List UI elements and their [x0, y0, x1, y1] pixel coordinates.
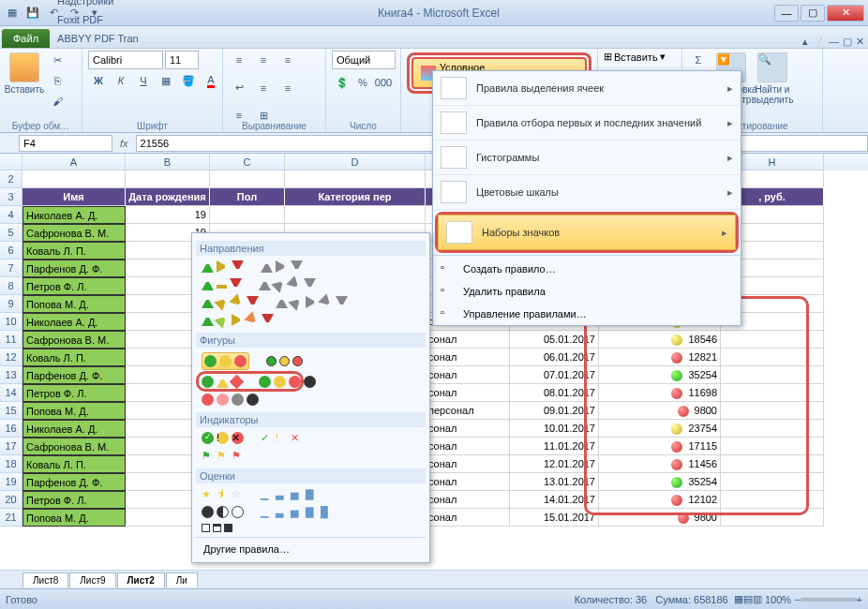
cf-menu-action[interactable]: ▫Управление правилами… [433, 303, 741, 325]
italic-icon[interactable]: К [111, 71, 131, 90]
border-icon[interactable]: ▦ [156, 71, 176, 90]
cell[interactable] [285, 206, 426, 224]
number-format-combo[interactable]: Общий [332, 51, 396, 69]
other-rules-item[interactable]: Другие правила… [196, 540, 426, 558]
iconset-5arrows[interactable] [202, 314, 274, 326]
zoom-level[interactable]: 100% [765, 594, 791, 605]
iconset-4arrows-gray[interactable] [259, 278, 316, 290]
cell-value[interactable]: 35254 [599, 473, 721, 491]
cell[interactable]: 13.01.2017 [510, 473, 599, 491]
cell-value[interactable]: 9800 [599, 402, 721, 420]
maximize-button[interactable]: ▢ [801, 5, 825, 22]
row-header[interactable]: 19 [0, 473, 22, 491]
file-tab[interactable]: Файл [2, 29, 50, 48]
align-left-icon[interactable]: ≡ [253, 79, 274, 97]
cell-name[interactable]: Николаев А. Д. [22, 206, 126, 224]
fill-color-icon[interactable]: 🪣 [178, 71, 199, 90]
underline-icon[interactable]: Ч [133, 71, 154, 90]
cell-name[interactable]: Петров Ф. Л. [22, 384, 126, 402]
row-header[interactable]: 15 [0, 402, 22, 420]
iconset-4arrows[interactable] [202, 296, 259, 308]
cell[interactable] [721, 402, 824, 420]
cell-name[interactable]: Сафронова В. М. [22, 438, 126, 455]
align-bot-icon[interactable]: ≡ [277, 51, 298, 69]
iconset-5arrows-gray[interactable] [276, 296, 348, 308]
cell-name[interactable]: Попова М. Д. [22, 295, 126, 313]
cell-value[interactable]: 11698 [599, 384, 721, 402]
row-header[interactable]: 10 [0, 313, 22, 331]
save-icon[interactable]: 💾 [24, 5, 41, 22]
cell[interactable] [210, 206, 285, 224]
iconset-3arrows[interactable] [202, 260, 244, 273]
cell-value[interactable]: 18546 [599, 331, 721, 349]
cell-name[interactable]: Коваль Л. П. [22, 349, 126, 366]
view-layout-icon[interactable]: ▤ [743, 593, 753, 605]
paste-button[interactable]: Вставить [6, 51, 43, 97]
row-header[interactable]: 11 [0, 331, 22, 349]
row-header[interactable]: 5 [0, 224, 22, 242]
cell[interactable] [721, 331, 824, 349]
percent-icon[interactable]: % [352, 73, 373, 92]
cell-value[interactable]: 12102 [599, 491, 721, 509]
cell-name[interactable]: Николаев А. Д. [22, 420, 126, 438]
cell-name[interactable]: Парфенов Д. Ф. [22, 366, 126, 384]
cell-name[interactable]: Петров Ф. Л. [22, 277, 126, 295]
cell[interactable] [721, 491, 824, 509]
iconset-3trafficlights[interactable] [202, 352, 249, 370]
cf-menu-action[interactable]: ▫Удалить правила [433, 280, 741, 303]
cell[interactable]: 19 [126, 206, 210, 224]
cell-name[interactable]: Коваль Л. П. [22, 455, 126, 473]
comma-icon[interactable]: 000 [373, 73, 394, 92]
row-header[interactable]: 7 [0, 260, 22, 277]
row-header[interactable]: 21 [0, 509, 22, 527]
cell[interactable]: сонал [426, 331, 510, 349]
cell-name[interactable]: Николаев А. Д. [22, 313, 126, 331]
currency-icon[interactable]: 💲 [332, 73, 352, 92]
cell[interactable]: сонал [426, 491, 510, 509]
find-select-button[interactable]: 🔍 Найти и выделить [754, 51, 791, 107]
cf-menu-item[interactable]: Гистограммы▸ [433, 141, 741, 175]
cell[interactable]: сонал [426, 438, 510, 455]
autosum-icon[interactable]: Σ [688, 51, 709, 69]
column-header[interactable]: D [285, 154, 426, 171]
cell[interactable] [721, 473, 824, 491]
cell[interactable]: 09.01.2017 [510, 402, 599, 420]
cell[interactable] [721, 420, 824, 438]
iconset-3symbols[interactable]: ✓!✕ [202, 432, 244, 444]
cell-name[interactable]: Попова М. Д. [22, 509, 126, 527]
bold-icon[interactable]: Ж [88, 71, 109, 90]
cell[interactable]: сонал [426, 473, 510, 491]
row-header[interactable]: 16 [0, 420, 22, 438]
iconset-3symbols2[interactable]: ✓!✕ [261, 432, 303, 444]
column-header[interactable]: B [126, 154, 210, 171]
cell-name[interactable]: Сафронова В. М. [22, 331, 126, 349]
mdi-min-icon[interactable]: — [829, 36, 839, 48]
minimize-button[interactable]: — [774, 5, 799, 22]
cell[interactable] [721, 438, 824, 455]
ribbon-tab[interactable]: ABBYY PDF Tran [50, 29, 146, 48]
cf-menu-action[interactable]: ▫Создать правило… [433, 258, 741, 280]
cell[interactable]: персонал [426, 402, 510, 420]
iconset-5boxes[interactable] [202, 524, 232, 532]
iconset-3flags[interactable]: ⚑⚑⚑ [202, 450, 244, 462]
ribbon-tab[interactable]: Надстройки [50, 0, 146, 10]
copy-icon[interactable]: ⎘ [47, 71, 67, 90]
cell[interactable]: 08.01.2017 [510, 384, 599, 402]
cell-value[interactable]: 12821 [599, 349, 721, 366]
cell[interactable]: сонал [426, 366, 510, 384]
column-header[interactable]: C [210, 154, 285, 171]
cell[interactable]: 12.01.2017 [510, 455, 599, 473]
cell[interactable]: 11.01.2017 [510, 438, 599, 455]
cf-menu-item[interactable]: Цветовые шкалы▸ [433, 175, 741, 210]
row-header[interactable]: 9 [0, 295, 22, 313]
mdi-close-icon[interactable]: ✕ [856, 36, 864, 48]
sheet-tab[interactable]: Лист9 [69, 572, 115, 587]
insert-cells-button[interactable]: ⊞ Вставить▾ [604, 51, 666, 63]
cell-name[interactable]: Петров Ф. Л. [22, 491, 126, 509]
row-header[interactable]: 14 [0, 384, 22, 402]
cell-name[interactable]: Парфенов Д. Ф. [22, 473, 126, 491]
cell-name[interactable]: Попова М. Д. [22, 402, 126, 420]
cf-menu-item[interactable]: Правила отбора первых и последних значен… [433, 106, 741, 141]
cell-name[interactable]: Сафронова В. М. [22, 224, 126, 242]
row-header[interactable]: 20 [0, 491, 22, 509]
